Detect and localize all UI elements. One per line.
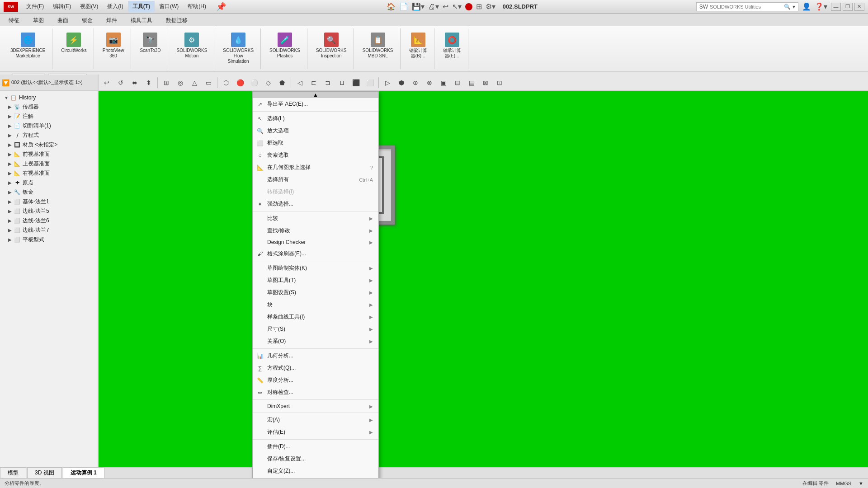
ribbon-tab-[interactable]: 钣金 bbox=[75, 14, 99, 26]
float-toolbar-btn-16[interactable]: ⊔ bbox=[335, 76, 348, 89]
float-toolbar-btn-26[interactable]: ⊠ bbox=[479, 76, 492, 89]
tree-item-[interactable]: ▶📐上视基准面 bbox=[0, 159, 98, 169]
tree-item-[interactable]: ▶📐前视基准面 bbox=[0, 150, 98, 159]
ribbon-button-solidworksmotion[interactable]: ⚙SOLIDWORKS Motion bbox=[174, 30, 211, 61]
bottom-tab-3d[interactable]: 3D 视图 bbox=[27, 467, 62, 478]
tree-item-history[interactable]: ▼📋History bbox=[0, 93, 98, 102]
menu-item-[interactable]: 📐在几何图形上选择? bbox=[253, 161, 378, 174]
menu-item-z[interactable]: 自定义(Z)... bbox=[253, 465, 378, 477]
tree-expand-icon[interactable]: ▶ bbox=[7, 133, 13, 138]
ribbon-button-solidworksmbdsnl[interactable]: 📋SOLIDWORKS MBD SNL bbox=[359, 30, 396, 61]
tree-expand-icon[interactable]: ▶ bbox=[7, 171, 13, 176]
float-toolbar-btn-11[interactable]: ◇ bbox=[262, 76, 274, 89]
menu-item-e[interactable]: 评估(E)▶ bbox=[253, 426, 378, 438]
menu-item-[interactable]: 比较▶ bbox=[253, 212, 378, 225]
float-toolbar-btn-0[interactable]: ↩ bbox=[100, 76, 113, 89]
tree-item-[interactable]: ▶🔲材质 <未指定> bbox=[0, 140, 98, 150]
ribbon-button-scantod[interactable]: 🔭ScanTo3D bbox=[137, 30, 164, 56]
float-toolbar-btn-25[interactable]: ▤ bbox=[465, 76, 478, 89]
float-toolbar-btn-8[interactable]: ⬡ bbox=[220, 76, 232, 89]
tree-item-[interactable]: ▶🔧钣金 bbox=[0, 188, 98, 197]
menu-scroll-up[interactable]: ▲ bbox=[253, 92, 378, 98]
float-toolbar-btn-22[interactable]: ⊗ bbox=[423, 76, 436, 89]
tree-expand-icon[interactable]: ▶ bbox=[7, 218, 13, 224]
menu-item-designchecker[interactable]: Design Checker▶ bbox=[253, 237, 378, 248]
tree-expand-icon[interactable]: ▶ bbox=[7, 114, 13, 119]
search-dropdown-icon[interactable]: ▾ bbox=[793, 4, 795, 10]
menu-item-[interactable]: 块▶ bbox=[253, 299, 378, 311]
tree-item-[interactable]: ▶⬜平板型式 bbox=[0, 235, 98, 244]
tree-expand-icon[interactable]: ▶ bbox=[7, 209, 13, 214]
menu-item-q[interactable]: ∑方程式(Q)... bbox=[253, 362, 378, 374]
float-toolbar-btn-2[interactable]: ⬌ bbox=[128, 76, 141, 89]
toolbar-grid-icon[interactable]: ⊞ bbox=[476, 2, 482, 11]
float-toolbar-btn-20[interactable]: ⬢ bbox=[395, 76, 408, 89]
float-toolbar-btn-7[interactable]: ▭ bbox=[202, 76, 215, 89]
ribbon-button-solidworksflowsimulation[interactable]: 💧SOLIDWORKS Flow Simulation bbox=[220, 30, 257, 66]
ribbon-button-solidworksplastics[interactable]: 🧪SOLIDWORKS Plastics bbox=[266, 30, 303, 61]
tree-expand-icon[interactable]: ▶ bbox=[7, 199, 13, 205]
menu-item-[interactable]: 查找/修改▶ bbox=[253, 225, 378, 237]
tree-item-[interactable]: ▶📐右视基准面 bbox=[0, 169, 98, 178]
dropdown-overlay[interactable]: ▲ ↗导出至 AEC(E)...↖选择(L)🔍放大选项⬜框选取○套索选取📐在几何… bbox=[252, 91, 868, 478]
toolbar-print-dropdown-icon[interactable]: 🖨▾ bbox=[428, 2, 439, 11]
tree-expand-icon[interactable]: ▶ bbox=[7, 104, 13, 110]
toolbar-home-icon[interactable]: 🏠 bbox=[387, 2, 396, 11]
tree-item-7[interactable]: ▶⬜边线-法兰7 bbox=[0, 225, 98, 235]
menu-item-[interactable]: ✦强劲选择... bbox=[253, 198, 378, 210]
menu-item-h[interactable]: 帮助(H) bbox=[183, 1, 211, 12]
ribbon-tab-[interactable]: 草图 bbox=[26, 14, 51, 26]
menu-item-k[interactable]: 草图绘制实体(K)▶ bbox=[253, 262, 378, 274]
ribbon-button-circuitworks[interactable]: ⚡CircuitWorks bbox=[58, 30, 90, 56]
ribbon-button-photoview[interactable]: 📷PhotoView 360 bbox=[99, 30, 127, 61]
toolbar-save-dropdown-icon[interactable]: 💾▾ bbox=[412, 2, 425, 11]
menu-item-v[interactable]: 视图(V) bbox=[75, 1, 103, 12]
float-toolbar-btn-21[interactable]: ⊕ bbox=[409, 76, 422, 89]
close-button[interactable]: ✕ bbox=[854, 3, 864, 11]
pin-button[interactable]: 📌 bbox=[214, 2, 228, 12]
float-toolbar-btn-15[interactable]: ⊐ bbox=[321, 76, 334, 89]
toolbar-settings-dropdown-icon[interactable]: ⚙▾ bbox=[486, 2, 495, 11]
units-dropdown-icon[interactable]: ▼ bbox=[859, 481, 863, 486]
tree-item-1[interactable]: ▶⬜基体-法兰1 bbox=[0, 197, 98, 206]
float-toolbar-btn-14[interactable]: ⊏ bbox=[307, 76, 320, 89]
search-input[interactable] bbox=[710, 4, 782, 9]
menu-item-dimxpert[interactable]: DimXpert▶ bbox=[253, 401, 378, 412]
toolbar-new-icon[interactable]: 📄 bbox=[399, 2, 408, 11]
tree-expand-icon[interactable]: ▶ bbox=[7, 180, 13, 186]
bottom-tab-1[interactable]: 运动算例 1 bbox=[63, 467, 104, 478]
tree-item-5[interactable]: ▶⬜边线-法兰5 bbox=[0, 206, 98, 216]
menu-item-[interactable]: 🔍放大选项 bbox=[253, 125, 378, 137]
tree-expand-icon[interactable]: ▶ bbox=[7, 161, 13, 167]
float-toolbar-btn-19[interactable]: ▷ bbox=[381, 76, 394, 89]
ribbon-tab-[interactable]: 模具工具 bbox=[124, 14, 159, 26]
tree-item-[interactable]: ▶✚原点 bbox=[0, 178, 98, 188]
menu-item-a[interactable]: 宏(A)▶ bbox=[253, 414, 378, 426]
tree-item-1[interactable]: ▶📄切割清单(1) bbox=[0, 121, 98, 131]
menu-item-i[interactable]: 样条曲线工具(I)▶ bbox=[253, 311, 378, 323]
menu-item-[interactable]: 📊几何分析... bbox=[253, 350, 378, 362]
menu-item-t[interactable]: 草图工具(T)▶ bbox=[253, 274, 378, 286]
menu-item-o[interactable]: 关系(O)▶ bbox=[253, 335, 378, 347]
toolbar-cursor-icon[interactable]: ↖▾ bbox=[452, 2, 462, 11]
menu-item-aece[interactable]: ↗导出至 AEC(E)... bbox=[253, 98, 378, 110]
menu-item-e[interactable]: 🖌格式涂刷器(E)... bbox=[253, 248, 378, 260]
menu-item-[interactable]: 📏厚度分析... bbox=[253, 374, 378, 386]
help-icon[interactable]: ❓▾ bbox=[815, 2, 827, 11]
menu-item-w[interactable]: 窗口(W) bbox=[155, 1, 183, 12]
toolbar-undo-icon[interactable]: ↩ bbox=[443, 2, 448, 11]
menu-item-t[interactable]: 工具(T) bbox=[128, 1, 155, 12]
float-toolbar-btn-3[interactable]: ⬍ bbox=[142, 76, 155, 89]
menu-item-f[interactable]: 文件(F) bbox=[22, 1, 48, 12]
tree-expand-icon[interactable]: ▶ bbox=[7, 142, 13, 148]
tree-expand-icon[interactable]: ▼ bbox=[4, 95, 9, 100]
tree-item-6[interactable]: ▶⬜边线-法兰6 bbox=[0, 216, 98, 225]
menu-item-[interactable]: ○套索选取 bbox=[253, 149, 378, 161]
float-toolbar-btn-9[interactable]: 🔴 bbox=[234, 76, 246, 89]
float-toolbar-btn-12[interactable]: ⬟ bbox=[276, 76, 288, 89]
tree-item-[interactable]: ▶𝑓方程式 bbox=[0, 131, 98, 140]
menu-item-[interactable]: ⇔对称检查... bbox=[253, 386, 378, 399]
ribbon-button-solidworksinspection[interactable]: 🔍SOLIDWORKS Inspection bbox=[313, 30, 350, 61]
menu-item-s[interactable]: 草图设置(S)▶ bbox=[253, 286, 378, 299]
search-icon[interactable]: 🔍 bbox=[784, 4, 791, 10]
